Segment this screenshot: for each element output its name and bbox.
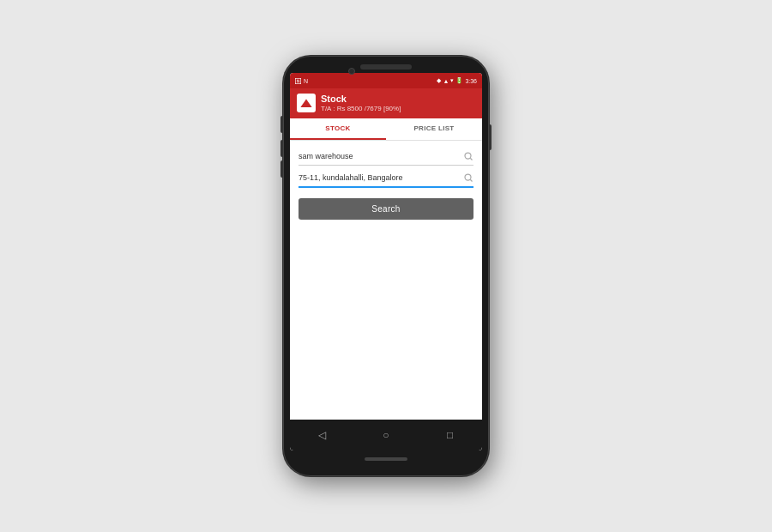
phone-device: 🄽 N ◆ ▲ ▾ 🔋 3:36 Stock T/A : Rs 8500 /76… — [283, 56, 489, 476]
mute-button — [280, 160, 283, 178]
notification-icon: N — [304, 78, 308, 84]
content-area: Search — [290, 141, 482, 420]
wifi-icon: ▾ — [450, 77, 454, 84]
volume-up-button — [280, 116, 283, 133]
address-input-row — [299, 172, 473, 188]
home-indicator — [365, 457, 407, 461]
signal-icon: ▲ — [443, 78, 449, 84]
location-icon: ◆ — [437, 77, 441, 84]
app-header-text: Stock T/A : Rs 8500 /7679 [90%] — [321, 94, 401, 113]
search-button[interactable]: Search — [299, 198, 473, 220]
app-logo-icon — [300, 99, 312, 107]
status-right-icons: ◆ ▲ ▾ 🔋 3:36 — [437, 77, 477, 84]
camera — [348, 68, 355, 75]
svg-point-2 — [465, 174, 471, 180]
speaker — [360, 64, 412, 70]
status-bar: 🄽 N ◆ ▲ ▾ 🔋 3:36 — [290, 73, 482, 88]
svg-point-0 — [465, 153, 471, 159]
phone-screen: 🄽 N ◆ ▲ ▾ 🔋 3:36 Stock T/A : Rs 8500 /76… — [290, 73, 482, 450]
app-subtitle: T/A : Rs 8500 /7679 [90%] — [321, 105, 401, 113]
phone-bottom — [365, 450, 407, 468]
tab-bar: STOCK PRICE LIST — [290, 118, 482, 141]
warehouse-input[interactable] — [299, 152, 463, 160]
tab-stock[interactable]: STOCK — [290, 118, 386, 140]
warehouse-input-row — [299, 151, 473, 166]
svg-line-3 — [470, 179, 472, 181]
volume-down-button — [280, 140, 283, 157]
recent-apps-button[interactable]: □ — [438, 423, 462, 447]
app-title: Stock — [321, 94, 401, 105]
power-button — [489, 124, 492, 150]
address-input[interactable] — [299, 173, 463, 182]
address-search-icon — [463, 172, 473, 183]
app-logo — [297, 94, 316, 112]
back-button[interactable]: ◁ — [310, 423, 334, 447]
svg-line-1 — [470, 158, 472, 160]
bottom-navigation: ◁ ○ □ — [290, 420, 482, 450]
status-left-icons: 🄽 N — [295, 78, 308, 84]
warehouse-search-icon — [463, 151, 473, 161]
sim-icon: 🄽 — [295, 78, 301, 84]
home-button[interactable]: ○ — [374, 423, 398, 447]
app-header: Stock T/A : Rs 8500 /7679 [90%] — [290, 88, 482, 118]
battery-icon: 🔋 — [455, 77, 463, 84]
time-display: 3:36 — [465, 78, 477, 84]
tab-price-list[interactable]: PRICE LIST — [386, 118, 482, 140]
